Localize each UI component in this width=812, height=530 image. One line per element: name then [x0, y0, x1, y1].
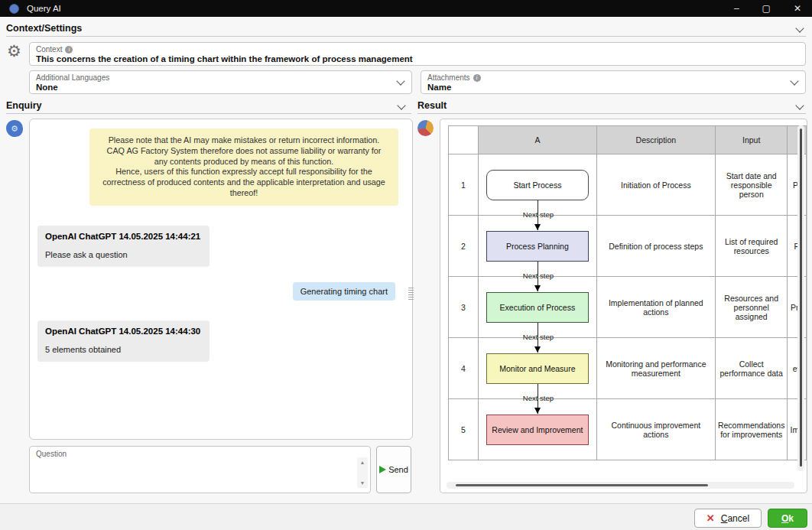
cancel-label: Cancel — [721, 513, 749, 524]
scroll-down-icon[interactable]: ▼ — [360, 480, 365, 486]
question-scrollbar[interactable]: ▲▼ — [357, 457, 368, 488]
additional-languages-dropdown[interactable]: Additional Languages None — [29, 70, 412, 94]
column-header-a: A — [479, 126, 597, 154]
window-title: Query AI — [27, 4, 61, 13]
result-table-body: 1 Next step Start Process Initiation of … — [449, 154, 807, 460]
row-number: 5 — [449, 399, 479, 460]
horizontal-scrollbar-thumb[interactable] — [456, 484, 708, 486]
table-row[interactable]: 1 Next step Start Process Initiation of … — [449, 154, 807, 216]
close-icon[interactable]: ✕ — [794, 0, 801, 17]
divider — [6, 36, 806, 37]
row-number: 3 — [449, 277, 479, 338]
collapse-context-settings-icon[interactable] — [795, 24, 804, 32]
description-cell: Monitoring and performance measurement — [596, 338, 715, 399]
section-result: Result — [417, 100, 447, 111]
input-cell: Recommendations for improvements — [715, 399, 788, 460]
column-header-description: Description — [596, 126, 715, 154]
chat-message: OpenAI ChatGPT 14.05.2025 14:44:30 5 ele… — [37, 320, 209, 362]
maximize-icon[interactable]: ▢ — [762, 0, 771, 17]
column-header-rownum — [449, 126, 479, 154]
info-icon — [473, 74, 481, 82]
next-step-label: Next step — [523, 333, 554, 341]
app-icon — [9, 4, 19, 14]
arrow-down-icon — [534, 224, 541, 230]
divider — [6, 113, 411, 114]
section-context-settings: Context/Settings — [6, 23, 82, 34]
chat-messages: OpenAI ChatGPT 14.05.2025 14:44:21 Pleas… — [41, 206, 401, 362]
ai-assistant-icon: ⚙ — [6, 120, 23, 137]
result-table: A Description Input 1 Next step Start Pr… — [448, 125, 807, 460]
divider — [417, 113, 806, 114]
info-icon — [65, 46, 73, 54]
table-row[interactable]: 2 Next step Process Planning Definition … — [449, 216, 807, 277]
message-body: Generating timing chart — [300, 287, 388, 296]
vertical-scrollbar-thumb[interactable] — [800, 128, 802, 467]
section-enquiry: Enquiry — [6, 100, 42, 111]
collapse-result-icon[interactable] — [795, 101, 804, 109]
attachments-dropdown[interactable]: Attachments Name — [421, 70, 806, 94]
chat-message: OpenAI ChatGPT 14.05.2025 14:44:21 Pleas… — [37, 226, 209, 267]
send-button[interactable]: Send — [376, 446, 411, 493]
collapse-enquiry-icon[interactable] — [397, 101, 405, 109]
connector-line: Next step — [538, 277, 538, 291]
footer-bar: ✕ Cancel Ok — [0, 503, 812, 530]
flow-cell: Next step Execution of Process — [479, 277, 597, 338]
splitter-handle[interactable] — [408, 288, 414, 300]
cancel-button[interactable]: ✕ Cancel — [694, 509, 762, 528]
additional-languages-value: None — [36, 83, 405, 92]
additional-languages-label: Additional Languages — [36, 73, 109, 82]
context-value: This concerns the creation of a timing c… — [36, 54, 799, 63]
next-step-label: Next step — [523, 210, 554, 219]
arrow-down-icon — [534, 285, 541, 291]
description-cell: Definition of process steps — [596, 216, 715, 277]
send-play-icon — [379, 466, 386, 473]
next-step-label: Next step — [523, 272, 554, 280]
process-step-box[interactable]: Start Process — [486, 170, 589, 200]
connector-line: Next step — [538, 338, 538, 353]
description-cell: Continuous improvement actions — [596, 399, 715, 460]
result-panel: A Description Input 1 Next step Start Pr… — [440, 119, 807, 493]
ok-button[interactable]: Ok — [768, 509, 807, 528]
table-row[interactable]: 4 Next step Monitor and Measure Monitori… — [449, 338, 807, 399]
context-label: Context — [36, 45, 62, 54]
flow-cell: Next step Review and Improvement — [479, 399, 597, 460]
message-body: Please ask a question — [45, 250, 200, 259]
row-number: 2 — [449, 216, 479, 277]
process-step-box[interactable]: Process Planning — [486, 231, 589, 262]
row-number: 4 — [449, 338, 479, 399]
horizontal-scrollbar[interactable] — [447, 482, 794, 489]
chat-message: Generating timing chart — [293, 282, 395, 301]
ok-label: Ok — [781, 513, 794, 524]
attachments-value: Name — [427, 83, 799, 92]
process-step-box[interactable]: Execution of Process — [486, 292, 589, 323]
input-cell: List of required resources — [715, 216, 788, 277]
ai-disclaimer: Please note that the AI may make mistake… — [89, 128, 398, 206]
title-bar: Query AI – ▢ ✕ — [0, 0, 812, 17]
input-cell: Start date and responsible person — [715, 154, 788, 216]
input-cell: Collect performance data — [715, 338, 788, 399]
flow-cell: Next step Start Process — [479, 154, 597, 216]
message-header: OpenAI ChatGPT 14.05.2025 14:44:21 — [45, 232, 200, 241]
process-step-box[interactable]: Review and Improvement — [486, 415, 589, 445]
scroll-up-icon[interactable]: ▲ — [360, 460, 365, 465]
table-row[interactable]: 5 Next step Review and Improvement Conti… — [449, 399, 807, 460]
context-field[interactable]: Context This concerns the creation of a … — [29, 42, 806, 66]
gear-icon: ⚙ — [7, 43, 21, 59]
cancel-x-icon: ✕ — [706, 512, 715, 524]
pie-chart-icon — [417, 120, 434, 136]
column-header-input: Input — [715, 126, 788, 154]
question-input[interactable]: Question ▲▼ — [29, 446, 371, 493]
table-row[interactable]: 3 Next step Execution of Process Impleme… — [449, 277, 807, 338]
message-header: OpenAI ChatGPT 14.05.2025 14:44:30 — [45, 327, 200, 336]
description-cell: Initiation of Process — [596, 154, 715, 216]
input-cell: Resources and personnel assigned — [715, 277, 788, 338]
description-cell: Implementation of planned actions — [596, 277, 715, 338]
minimize-icon[interactable]: – — [734, 0, 739, 17]
vertical-scrollbar[interactable] — [797, 125, 804, 471]
process-step-box[interactable]: Monitor and Measure — [486, 353, 589, 384]
chat-panel: Please note that the AI may make mistake… — [29, 119, 413, 440]
flow-cell: Next step Monitor and Measure — [479, 338, 597, 399]
attachments-label: Attachments — [427, 73, 470, 82]
send-label: Send — [388, 465, 408, 474]
next-step-label: Next step — [523, 394, 554, 402]
